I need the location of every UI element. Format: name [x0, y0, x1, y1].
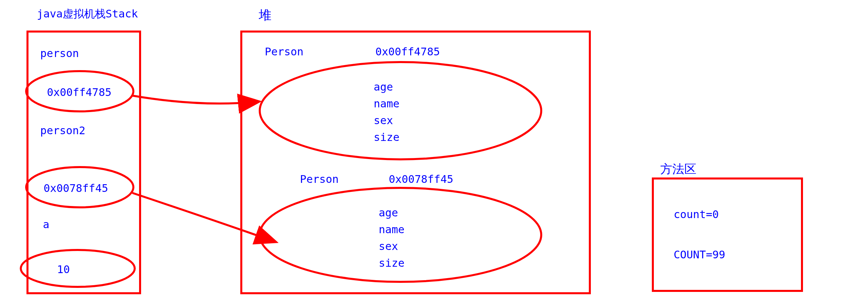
heap-obj-0-addr: 0x00ff4785: [375, 45, 440, 58]
heap-obj-1-addr: 0x0078ff45: [389, 173, 454, 186]
stack-var-addr-2: 10: [57, 263, 70, 276]
heap-obj-1-field-3: size: [379, 257, 404, 270]
stack-var-label-1: person2: [40, 124, 86, 137]
method-area-title: 方法区: [660, 161, 696, 177]
svg-rect-8: [653, 178, 802, 291]
stack-var-addr-1: 0x0078ff45: [43, 182, 108, 195]
method-area-entry-0: count=0: [674, 208, 719, 221]
heap-obj-1-class: Person: [300, 173, 339, 186]
heap-title: 堆: [259, 7, 272, 24]
heap-obj-0-field-3: size: [374, 131, 400, 144]
heap-obj-1-field-0: age: [379, 206, 398, 219]
stack-title: java虚拟机栈Stack: [37, 7, 138, 22]
svg-point-6: [260, 62, 541, 159]
stack-var-label-2: a: [43, 218, 49, 231]
svg-point-4: [21, 250, 135, 287]
heap-obj-0-class: Person: [265, 45, 304, 58]
heap-obj-0-field-2: sex: [374, 114, 393, 127]
heap-obj-1-field-2: sex: [379, 240, 398, 253]
heap-obj-0-field-1: name: [374, 97, 400, 110]
svg-rect-1: [28, 31, 140, 293]
heap-obj-1-field-1: name: [379, 223, 404, 236]
stack-var-addr-0: 0x00ff4785: [47, 86, 112, 99]
method-area-entry-1: COUNT=99: [674, 248, 725, 261]
heap-obj-0-field-0: age: [374, 81, 393, 93]
svg-rect-5: [241, 31, 590, 293]
stack-var-label-0: person: [40, 47, 79, 60]
